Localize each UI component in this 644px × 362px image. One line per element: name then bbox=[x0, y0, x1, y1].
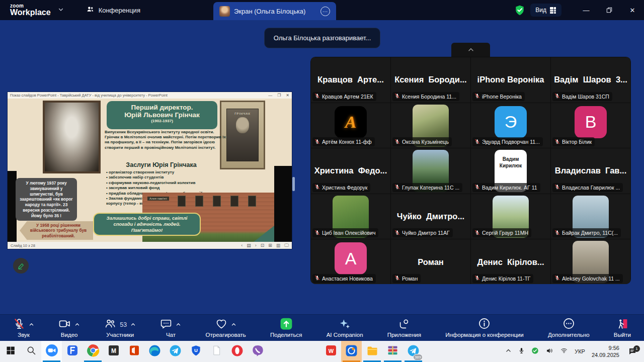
participant-tile[interactable]: ЭЭдуард Подворчан 11... bbox=[471, 103, 550, 148]
participant-tile[interactable]: ААнастасия Новикова bbox=[311, 239, 390, 284]
annotate-button[interactable] bbox=[13, 258, 29, 274]
meeting-toolbar: ЗвукВидео53УчастникиЧатОтреагироватьПоде… bbox=[0, 314, 644, 341]
taskbar-shield-u-button[interactable]: U bbox=[186, 341, 206, 362]
participant-tile[interactable]: iPhone ВеронікаiPhone Вероніка bbox=[471, 57, 550, 103]
minimize-button[interactable]: — bbox=[575, 0, 598, 20]
ppt-close-icon[interactable]: ✕ bbox=[286, 93, 289, 98]
participant-tile[interactable]: AАртём Конюх 11-фф bbox=[311, 103, 390, 148]
language-indicator[interactable]: УКР bbox=[575, 348, 585, 354]
scrollbar-thumb[interactable] bbox=[292, 177, 295, 191]
next-slide-icon[interactable]: › bbox=[255, 243, 257, 248]
taskbar-telegram-button[interactable] bbox=[165, 341, 186, 362]
participant-tile[interactable]: ВВіктор Білик bbox=[551, 103, 630, 148]
tab-screen-share[interactable]: Экран (Ольга Білоцька) … bbox=[213, 2, 336, 20]
tray-expand-icon[interactable] bbox=[505, 347, 512, 356]
svg-text:M: M bbox=[111, 347, 116, 354]
taskbar-m-app-button[interactable]: M bbox=[103, 341, 124, 362]
orange-app-icon bbox=[345, 344, 358, 359]
plaque-caption: ГРІНЧАК bbox=[234, 112, 251, 115]
previous-slide-icon[interactable]: ‹ bbox=[241, 243, 243, 248]
close-button[interactable]: ✕ bbox=[621, 0, 644, 20]
chevron-up-icon[interactable] bbox=[231, 320, 236, 329]
taskbar-edge-button[interactable] bbox=[144, 341, 165, 362]
participant-tile[interactable]: Христина Федо...Христина Федорук bbox=[311, 148, 390, 194]
toolbar-info-button[interactable]: Информация о конференции bbox=[445, 318, 524, 338]
tab-meeting[interactable]: Конференция bbox=[78, 0, 148, 20]
taskbar-zoom-app-button[interactable] bbox=[41, 341, 62, 362]
notification-center-icon[interactable]: 1 bbox=[626, 345, 639, 358]
participant-tile[interactable]: Сергій Граур 11МН bbox=[471, 194, 550, 239]
chevron-down-icon[interactable] bbox=[58, 7, 64, 14]
mic-muted-icon bbox=[394, 230, 400, 236]
mic-muted-icon bbox=[554, 184, 560, 191]
taskbar-windows-button[interactable] bbox=[0, 341, 21, 362]
tray-wifi-icon[interactable] bbox=[560, 347, 568, 356]
taskbar-telegram-button[interactable]: 389 bbox=[403, 341, 424, 362]
tray-volume-icon[interactable] bbox=[545, 347, 553, 356]
toolbar-react-heart-button[interactable]: Отреагировать bbox=[206, 318, 246, 338]
reading-view-icon[interactable]: ▥ bbox=[276, 243, 281, 248]
active-speaker-text: Ольга Білоцька разговаривает... bbox=[274, 34, 371, 42]
restore-button[interactable] bbox=[598, 0, 621, 20]
mic-muted-icon bbox=[554, 230, 560, 236]
participant-tile[interactable]: Aleksey Golovchak 11 ... bbox=[551, 239, 630, 284]
participant-label: Анастасия Новикова bbox=[312, 274, 376, 283]
tray-antivirus-icon[interactable] bbox=[531, 347, 539, 356]
taskbar-opera-button[interactable] bbox=[227, 341, 248, 362]
toolbar-participants-button[interactable]: 53Участники bbox=[104, 318, 136, 338]
participant-tile[interactable]: Ксения Бороди...Ксения Бородина 11... bbox=[391, 57, 470, 103]
participant-tile[interactable]: Оксана Кузьмінець bbox=[391, 103, 470, 148]
participant-tile[interactable]: Чуйко Дмитро...Чуйко Дмитро 11АГ bbox=[391, 194, 470, 239]
taskbar-wps-button[interactable]: W bbox=[320, 341, 341, 362]
participant-tile[interactable]: Байрак Дмитро, 11С(... bbox=[551, 194, 630, 239]
toolbar-camera-button[interactable]: Видео bbox=[58, 318, 80, 338]
chevron-up-icon[interactable] bbox=[130, 320, 136, 329]
ppt-restore-icon[interactable]: ❐ bbox=[277, 93, 281, 98]
taskbar-office-button[interactable] bbox=[124, 341, 144, 362]
alley-sign: Алея пам'яті bbox=[147, 197, 169, 201]
toolbar-more-button[interactable]: Дополнительно bbox=[548, 318, 590, 338]
chevron-up-icon[interactable] bbox=[74, 320, 80, 329]
chevron-up-icon[interactable] bbox=[176, 320, 181, 329]
toolbar-apps-button[interactable]: Приложения bbox=[387, 318, 421, 338]
participant-tile[interactable]: РоманРоман bbox=[391, 239, 470, 284]
taskbar-winrar-button[interactable] bbox=[382, 341, 403, 362]
participant-tile[interactable]: Кравцов Арте...Кравцов Артем 21ЕК bbox=[311, 57, 390, 103]
normal-view-icon[interactable]: ⊡ bbox=[261, 243, 265, 248]
m-app-icon: M bbox=[108, 344, 120, 358]
toolbar-leave-button[interactable]: Выйти bbox=[614, 318, 631, 338]
toolbar-share-screen-button[interactable]: Поделиться bbox=[270, 318, 302, 338]
tab-options-icon[interactable]: … bbox=[320, 7, 330, 16]
taskbar-orange-app-button[interactable] bbox=[341, 341, 362, 362]
security-shield-icon[interactable] bbox=[514, 5, 525, 16]
slide-menu-icon[interactable]: ▤ bbox=[247, 243, 251, 248]
chevron-up-icon[interactable] bbox=[29, 320, 34, 329]
toolbar-label: Выйти bbox=[614, 332, 631, 338]
participant-tile[interactable]: Владислав Гав...Владислав Гаврилюк ... bbox=[551, 148, 630, 194]
slideshow-icon[interactable]: 🖵 bbox=[284, 243, 289, 248]
gallery-collapse-button[interactable] bbox=[451, 43, 490, 57]
taskbar-viber-button[interactable] bbox=[248, 341, 268, 362]
leave-icon bbox=[616, 318, 629, 332]
participant-label: Оксана Кузьмінець bbox=[392, 137, 452, 146]
toolbar-mic-muted-button[interactable]: Звук bbox=[13, 318, 34, 338]
mic-muted-icon bbox=[474, 184, 480, 191]
clock[interactable]: 9:56 24.09.2025 bbox=[592, 344, 619, 359]
toolbar-chat-button[interactable]: Чат bbox=[160, 318, 181, 338]
toolbar-ai-companion-button[interactable]: AI Companion bbox=[327, 318, 363, 338]
taskbar-folder-button[interactable] bbox=[362, 341, 382, 362]
taskbar-document-button[interactable] bbox=[206, 341, 227, 362]
participant-tile[interactable]: Денис Кірілов...Денис Кірілов 11-ТГ bbox=[471, 239, 550, 284]
participant-tile[interactable]: Глупак Катерина 11С ... bbox=[391, 148, 470, 194]
ppt-minimize-icon[interactable]: — bbox=[268, 93, 272, 98]
participant-tile[interactable]: Вадім Шаров 3...Вадім Шаров 31СП bbox=[551, 57, 630, 103]
view-button[interactable]: Вид bbox=[530, 4, 561, 17]
taskbar-search-button[interactable] bbox=[21, 341, 41, 362]
shared-screen-powerpoint[interactable]: Показ слайдов PowerPoint - Таврійський Д… bbox=[8, 92, 292, 249]
taskbar-chrome-button[interactable] bbox=[83, 341, 103, 362]
participant-tile[interactable]: Циб Іван Олексійович bbox=[311, 194, 390, 239]
slide-sorter-icon[interactable]: ⊞ bbox=[268, 243, 272, 248]
taskbar-f-app-button[interactable] bbox=[62, 341, 83, 362]
participant-tile[interactable]: ВадимКирилюкВадим Кирилюк. АГ 11 bbox=[471, 148, 550, 194]
tray-microphone-icon[interactable] bbox=[518, 347, 525, 356]
